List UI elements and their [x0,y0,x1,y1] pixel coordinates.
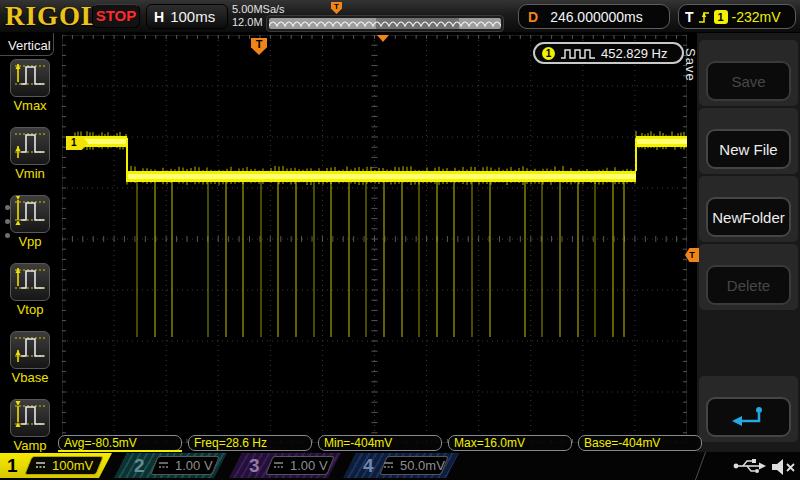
vbase-icon [10,331,50,369]
trigger-level-value: -232mV [732,9,781,25]
left-menu-item-label: Vmin [0,166,60,181]
horizontal-timebase-box[interactable]: H 100ms [146,4,228,29]
measurement-min: Min=-404mV [318,435,442,451]
channel-1-tab[interactable]: 1 100mV [0,453,112,478]
right-soft-menu: Save New File NewFolder Delete [697,33,800,452]
left-menu-title: Vertical [0,33,54,56]
frequency-counter-badge: 1 452.829 Hz [533,42,684,64]
channel-2-tab[interactable]: 2 1.00 V [114,453,227,478]
rising-edge-icon [698,9,710,25]
vtop-icon [10,263,50,301]
left-menu-item-vmax[interactable]: Vmax [0,56,60,124]
dc-coupling-icon [35,461,46,470]
channel-scale-value: 100mV [52,458,93,473]
channel-number: 4 [363,453,374,478]
timebase-value: 100ms [170,8,215,25]
channel-number: 2 [134,453,145,478]
trigger-readout-box: T 1 -232mV [678,4,796,29]
delete-button[interactable]: Delete [706,265,791,305]
left-menu-item-vtop[interactable]: Vtop [0,260,60,328]
measurement-avg: Avg=-80.5mV [58,435,182,451]
speaker-muted-icon[interactable] [770,457,798,477]
new-file-button[interactable]: New File [706,129,791,169]
channel-3-tab[interactable]: 3 1.00 V [229,453,341,478]
vpp-icon [10,195,50,233]
left-menu-item-vmin[interactable]: Vmin [0,124,60,192]
menu-block: Delete [699,244,798,310]
dc-coupling-icon [273,461,284,470]
horizontal-position-scrollbar[interactable] [266,15,504,32]
waveform-memory-bar [269,18,501,29]
dc-coupling-icon [383,461,394,470]
center-time-marker [377,35,389,42]
usb-icon[interactable] [732,457,768,475]
channel-scale-value: 1.00 V [175,458,213,473]
channel-scale-box: 100mV [24,456,104,475]
status-separator [695,452,706,480]
memory-wave-icon [269,18,501,29]
vmax-icon [10,59,50,97]
left-menu-item-label: Vtop [0,302,60,317]
rigol-logo: RIGOL [5,1,100,32]
counter-source-badge: 1 [542,47,555,60]
channel-scale-box: 50.0mV [379,456,449,475]
channel-4-tab[interactable]: 4 50.0mV [343,453,459,478]
vmin-icon [10,127,50,165]
menu-block: Save [699,40,798,106]
save-button[interactable]: Save [706,61,791,101]
menu-block: New File [699,108,798,174]
vamp-icon [10,399,50,437]
selected-measurement-underline [58,450,182,452]
channel-scale-box: 1.00 V [265,456,335,475]
new-folder-button[interactable]: NewFolder [706,197,791,237]
measurement-freq: Freq=28.6 Hz [188,435,312,451]
left-menu-item-label: Vamp [0,438,60,453]
channel-number: 1 [7,453,18,478]
left-menu-item-vbase[interactable]: Vbase [0,328,60,396]
top-status-bar: RIGOL STOP H 100ms 5.00MSa/s 12.0M pts T… [0,0,800,33]
menu-page-dots [5,205,10,247]
menu-block [699,376,798,442]
menu-tab-save: Save [683,48,698,82]
channel-scale-value: 50.0mV [400,458,445,473]
measurement-base: Base=-404mV [578,435,702,451]
oscilloscope-screen: RIGOL STOP H 100ms 5.00MSa/s 12.0M pts T… [0,0,800,480]
channel-scale-box: 1.00 V [150,456,220,475]
dc-coupling-icon [158,461,169,470]
waveform-display-area: T 1 T 1 452.829 Hz Avg=-80.5mV Freq=28.6… [60,33,697,452]
channel-number: 3 [249,453,260,478]
measurement-max: Max=16.0mV [448,435,572,451]
return-arrow-icon [729,404,769,430]
trigger-level-marker[interactable]: T [685,248,699,262]
trigger-memory-position-marker[interactable]: T [331,2,342,14]
timebase-label: H [154,9,164,25]
left-measure-menu: Vertical Vmax Vmin Vpp Vtop Vbase Vamp [0,33,60,452]
left-menu-item-label: Vmax [0,98,60,113]
delay-value: 246.000000ms [550,9,643,25]
channel-scale-value: 1.00 V [290,458,328,473]
left-menu-item-label: Vbase [0,370,60,385]
delay-readout-box: D 246.000000ms [518,4,670,29]
run-state-badge[interactable]: STOP [92,4,140,28]
back-button[interactable] [706,397,791,437]
delay-label: D [528,9,538,25]
square-wave-icon [560,47,596,60]
channel-status-bar: 1 100mV 2 1.00 V [0,452,800,480]
graticule [62,35,687,443]
trigger-source-badge: 1 [714,10,728,24]
counter-frequency-value: 452.829 Hz [601,46,668,61]
trigger-label: T [685,9,694,25]
menu-block: NewFolder [699,176,798,242]
